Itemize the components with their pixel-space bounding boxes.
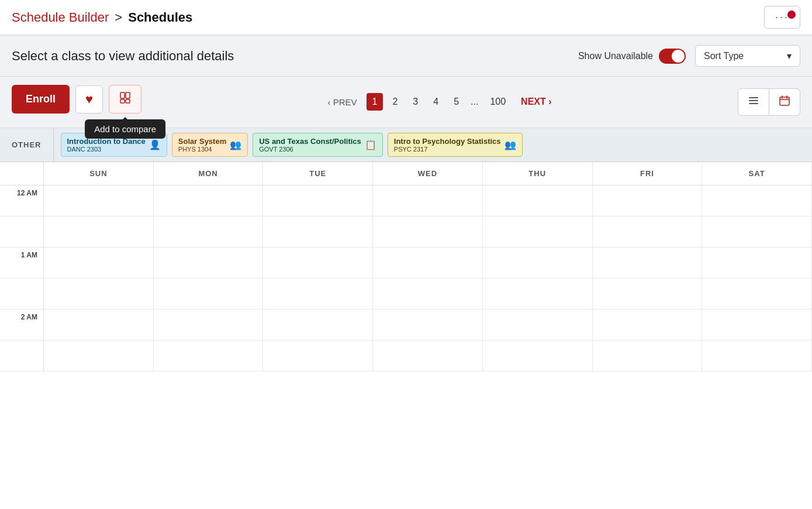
course-chip-phys[interactable]: Solar System PHYS 1304 👥 <box>172 133 248 157</box>
prev-page-button[interactable]: ‹ PREV <box>322 94 363 111</box>
course-govt-name: US and Texas Const/Politics <box>259 137 361 146</box>
cal-cell-tue-12am <box>263 185 373 216</box>
cal-cell-mon-1am <box>154 247 264 278</box>
toolbar-title: Select a class to view additional detail… <box>12 49 234 64</box>
time-2am: 2 AM <box>0 309 44 340</box>
page-2-button[interactable]: 2 <box>386 93 403 111</box>
time-1am: 1 AM <box>0 247 44 278</box>
show-unavailable-label: Show Unavailable <box>578 51 653 61</box>
cal-cell-sun-12am <box>44 185 154 216</box>
chevron-down-icon: ▾ <box>787 50 792 61</box>
cal-cell-thu-12am <box>483 185 593 216</box>
cal-cell-sat-12am <box>702 185 812 216</box>
cal-cell-tue-2am <box>263 309 373 340</box>
svg-rect-6 <box>749 103 758 104</box>
sort-type-select[interactable]: Sort Type ▾ <box>695 45 800 67</box>
calendar: SUN MON TUE WED THU FRI SAT 12 AM <box>0 162 812 372</box>
other-courses-list: Introduction to Dance DANC 2303 👤 Solar … <box>54 128 813 161</box>
time-12am: 12 AM <box>0 185 44 216</box>
cal-row-2-30am <box>0 341 812 372</box>
course-phys-code: PHYS 1304 <box>178 146 226 153</box>
cal-row-1-30am <box>0 278 812 309</box>
prev-label: ‹ PREV <box>328 97 357 107</box>
cal-cell-sun-2-30 <box>44 341 154 371</box>
svg-rect-5 <box>749 100 758 101</box>
svg-rect-0 <box>120 92 125 98</box>
course-chip-govt[interactable]: US and Texas Const/Politics GOVT 2306 📋 <box>253 133 383 157</box>
compare-button[interactable]: Add to compare <box>109 85 141 114</box>
page-5-button[interactable]: 5 <box>448 93 465 111</box>
course-chip-govt-inner: US and Texas Const/Politics GOVT 2306 <box>259 137 361 153</box>
page-100-button[interactable]: 100 <box>484 93 512 111</box>
course-psyc-icon: 👥 <box>505 139 516 150</box>
course-chip-danc-inner: Introduction to Dance DANC 2303 <box>67 137 146 153</box>
show-unavailable-control: Show Unavailable <box>578 49 686 64</box>
svg-rect-4 <box>749 97 758 98</box>
notification-dot <box>787 11 796 19</box>
view-toggles <box>738 85 800 128</box>
svg-rect-7 <box>780 97 789 105</box>
cal-cell-mon-2-30 <box>154 341 264 371</box>
toolbar-right: Show Unavailable Sort Type ▾ <box>578 45 800 67</box>
action-left: Enroll ♥ Add to compare <box>12 85 141 125</box>
enroll-button[interactable]: Enroll <box>12 85 70 114</box>
cal-row-12-30am <box>0 216 812 247</box>
wednesday-header: WED <box>373 162 483 185</box>
cal-cell-wed-1-30 <box>373 278 483 309</box>
cal-cell-thu-2am <box>483 309 593 340</box>
calendar-view-button[interactable] <box>769 88 800 116</box>
cal-cell-wed-1am <box>373 247 483 278</box>
show-unavailable-toggle[interactable] <box>659 49 686 64</box>
cal-cell-fri-12-30 <box>593 216 703 247</box>
cal-cell-thu-1am <box>483 247 593 278</box>
cal-cell-tue-2-30 <box>263 341 373 371</box>
cal-cell-mon-2am <box>154 309 264 340</box>
friday-header: FRI <box>593 162 703 185</box>
favorite-button[interactable]: ♥ <box>75 85 103 114</box>
cal-cell-fri-12am <box>593 185 703 216</box>
compare-icon <box>119 91 132 107</box>
monday-header: MON <box>154 162 264 185</box>
cal-cell-mon-12-30 <box>154 216 264 247</box>
cal-cell-sun-2am <box>44 309 154 340</box>
cal-cell-wed-12-30 <box>373 216 483 247</box>
saturday-header: SAT <box>702 162 812 185</box>
course-danc-code: DANC 2303 <box>67 146 146 153</box>
breadcrumb: Schedule Builder > Schedules <box>12 10 192 25</box>
cal-cell-wed-2-30 <box>373 341 483 371</box>
svg-rect-1 <box>126 92 130 98</box>
time-col-header <box>0 162 44 185</box>
next-label: NEXT › <box>521 97 551 107</box>
course-chip-psyc-inner: Intro to Psychology Statistics PSYC 2317 <box>394 137 501 153</box>
page-3-button[interactable]: 3 <box>407 93 424 111</box>
cal-cell-sat-12-30 <box>702 216 812 247</box>
next-page-button[interactable]: NEXT › <box>515 93 557 111</box>
more-options-button[interactable]: ··· <box>764 6 800 29</box>
schedule-builder-link[interactable]: Schedule Builder <box>12 10 109 25</box>
course-chip-psyc[interactable]: Intro to Psychology Statistics PSYC 2317… <box>388 133 523 157</box>
cal-cell-sun-1-30 <box>44 278 154 309</box>
toolbar: Select a class to view additional detail… <box>0 36 812 77</box>
cal-cell-sun-1am <box>44 247 154 278</box>
breadcrumb-separator: > <box>115 10 122 25</box>
other-label: OTHER <box>0 128 54 161</box>
svg-rect-3 <box>126 99 130 103</box>
cal-cell-tue-1am <box>263 247 373 278</box>
cal-cell-sat-2-30 <box>702 341 812 371</box>
cal-cell-thu-1-30 <box>483 278 593 309</box>
course-phys-icon: 👥 <box>230 139 241 150</box>
list-view-button[interactable] <box>738 88 769 116</box>
pagination: ‹ PREV 1 2 3 4 5 ... 100 NEXT › <box>322 85 558 122</box>
page-4-button[interactable]: 4 <box>427 93 444 111</box>
heart-icon: ♥ <box>85 92 93 107</box>
compare-tooltip: Add to compare <box>85 119 165 139</box>
sunday-header: SUN <box>44 162 154 185</box>
cal-cell-mon-12am <box>154 185 264 216</box>
action-bar: Enroll ♥ Add to compare ‹ PREV 1 2 <box>0 77 812 128</box>
course-govt-icon: 📋 <box>365 139 376 150</box>
cal-row-1am: 1 AM <box>0 247 812 278</box>
page-1-button[interactable]: 1 <box>367 93 383 111</box>
toggle-knob <box>672 50 685 63</box>
course-govt-code: GOVT 2306 <box>259 146 361 153</box>
cal-cell-fri-2am <box>593 309 703 340</box>
